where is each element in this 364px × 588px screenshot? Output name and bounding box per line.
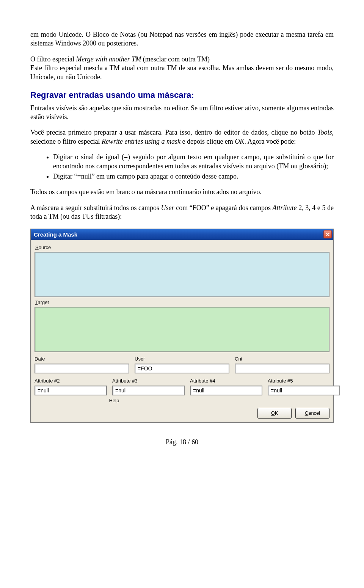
paragraph-2: O filtro especial Merge with another TM … <box>30 55 334 82</box>
close-icon[interactable]: ✕ <box>323 230 332 238</box>
paragraph-5: Todos os campos que estão em branco na m… <box>30 188 334 196</box>
paragraph-4: Você precisa primeiro preparar a usar má… <box>30 128 334 146</box>
bullet-1: Digitar o sinal de igual (=) seguido por… <box>53 153 334 171</box>
attr3-field[interactable] <box>112 386 185 395</box>
help-link[interactable]: Help <box>108 398 183 404</box>
ok-button[interactable]: OK <box>257 408 292 419</box>
dialog-titlebar[interactable]: Creating a Mask ✕ <box>31 229 333 240</box>
user-label: User <box>135 356 229 362</box>
heading-regravar: Regravar entradas usando uma máscara: <box>30 90 334 101</box>
paragraph-6: A máscara a seguir substituirá todos os … <box>30 204 334 221</box>
paragraph-1: em modo Unicode. O Bloco de Notas (ou No… <box>30 30 334 48</box>
cnt-label: Cnt <box>235 356 329 362</box>
attr5-field[interactable] <box>268 386 340 395</box>
paragraph-3: Entradas visíveis são aquelas que são mo… <box>30 104 334 122</box>
target-label: Target <box>35 299 329 306</box>
target-textarea[interactable] <box>35 307 329 352</box>
attr4-field[interactable] <box>190 386 262 395</box>
date-field[interactable] <box>35 364 129 373</box>
bullet-list: Digitar o sinal de igual (=) seguido por… <box>30 153 334 181</box>
attr4-label: Attribute #4 <box>190 378 262 384</box>
user-field[interactable] <box>135 364 229 373</box>
dialog-title: Creating a Mask <box>34 231 77 238</box>
page-footer: Pág. 18 / 60 <box>30 438 334 447</box>
date-label: Date <box>35 356 129 362</box>
cancel-button[interactable]: Cancel <box>295 408 329 419</box>
attr5-label: Attribute #5 <box>268 378 340 384</box>
cnt-field[interactable] <box>235 364 329 373</box>
attr2-field[interactable] <box>35 386 107 395</box>
attr3-label: Attribute #3 <box>112 378 185 384</box>
bullet-2: Digitar “=null” em um campo para apagar … <box>53 172 334 181</box>
source-textarea[interactable] <box>35 252 329 297</box>
attr2-label: Attribute #2 <box>35 378 107 384</box>
source-label: Source <box>35 245 329 251</box>
creating-mask-dialog: Creating a Mask ✕ Source Target Date Use… <box>30 229 334 422</box>
